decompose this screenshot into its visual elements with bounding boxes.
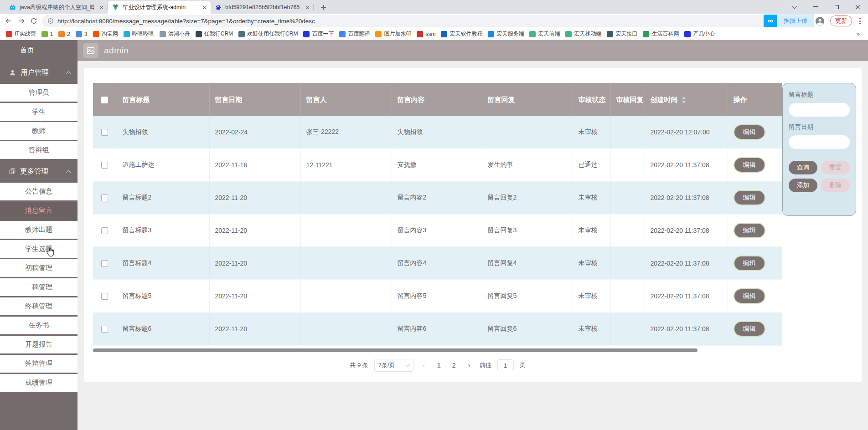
bookmark-item[interactable]: 宏天前端 (528, 30, 561, 38)
sidebar-item-teachers[interactable]: 教师 (0, 122, 78, 140)
info-icon[interactable] (47, 18, 54, 24)
browser-menu-icon[interactable] (858, 18, 863, 24)
drag-upload-label: 拖拽上传 (777, 15, 814, 27)
browser-tab-bar: java高级程序猿的个人空间_哔哩 毕业设计管理系统-admin bfd5929… (0, 0, 868, 14)
row-checkbox[interactable] (101, 195, 108, 201)
select-all-checkbox[interactable] (101, 97, 108, 103)
sidebar-item-task-book[interactable]: 任务书 (0, 317, 78, 334)
horizontal-scrollbar[interactable] (93, 348, 698, 352)
section-label: 用户管理 (21, 68, 62, 77)
sidebar-item-second-draft[interactable]: 二稿管理 (0, 278, 78, 296)
avatar[interactable] (83, 43, 98, 58)
add-button[interactable]: 添加 (789, 179, 817, 192)
favicon (339, 31, 346, 37)
row-checkbox[interactable] (101, 260, 108, 267)
edit-button[interactable]: 编辑 (734, 190, 765, 205)
sidebar-item-grade-mgmt[interactable]: 成绩管理 (0, 374, 78, 392)
chevron-up-icon (66, 71, 71, 76)
sidebar-item-defense-group[interactable]: 答辩组 (0, 141, 78, 159)
sidebar-item-final-draft[interactable]: 终稿管理 (0, 297, 78, 315)
bookmark-item[interactable]: 哔哩哔哩 (122, 30, 155, 38)
page-size-select[interactable]: 7条/页 (374, 359, 413, 372)
tab-close-icon[interactable] (98, 4, 105, 11)
edit-button[interactable]: 编辑 (734, 157, 765, 173)
bookmark-item[interactable]: 百度翻译 (338, 30, 371, 38)
bookmark-item[interactable]: 宏天服务端 (486, 30, 525, 38)
bookmark-item[interactable]: 产品中心 (683, 30, 716, 38)
row-checkbox[interactable] (101, 293, 108, 300)
edit-button[interactable]: 编辑 (734, 124, 765, 140)
bookmarks-overflow-icon[interactable]: » (857, 31, 863, 37)
sidebar-item-home[interactable]: 首页 (0, 40, 78, 60)
bookmark-item[interactable]: 任我行CRM (194, 30, 234, 38)
bookmark-item[interactable]: 洪湖小舟 (158, 30, 191, 38)
forward-icon[interactable] (17, 17, 26, 25)
sidebar-item-announcements[interactable]: 公告信息 (0, 183, 78, 200)
date-field-label: 留言日期 (789, 123, 850, 131)
edit-button[interactable]: 编辑 (734, 288, 765, 304)
tab-bilibili[interactable]: java高级程序猿的个人空间_哔哩 (5, 1, 108, 14)
bookmark-item[interactable]: 宏天接口 (605, 30, 639, 38)
sidebar-item-first-draft[interactable]: 初稿管理 (0, 259, 78, 277)
favicon (417, 31, 423, 37)
sidebar-item-teacher-topics[interactable]: 教师出题 (0, 221, 78, 239)
sidebar-section-user-mgmt[interactable]: 用户管理 (0, 63, 78, 82)
page-button-1[interactable]: 1 (434, 362, 444, 369)
sidebar-item-admins[interactable]: 管理员 (0, 84, 78, 102)
close-button[interactable] (847, 0, 868, 14)
new-tab-button[interactable] (317, 1, 329, 13)
prev-page-button[interactable]: ‹ (419, 362, 429, 369)
sidebar-item-messages[interactable]: 消息留言 (0, 202, 78, 220)
url-box[interactable]: http://localhost:8080/message_message/ta… (42, 15, 770, 27)
minimize-button[interactable] (805, 0, 826, 14)
sort-icon[interactable] (682, 97, 686, 103)
sidebar-item-student-selection[interactable]: 学生选题 (0, 240, 78, 258)
tab-search-icon[interactable] (784, 0, 805, 14)
edit-button[interactable]: 编辑 (734, 321, 765, 337)
row-checkbox[interactable] (101, 162, 108, 169)
bookmark-item[interactable]: 图片加水印 (374, 30, 413, 38)
col-create-time: 创建时间 (645, 83, 728, 116)
bookmark-item[interactable]: 宏天移动端 (564, 30, 603, 38)
favicon (93, 31, 99, 37)
bookmark-item[interactable]: 百度一下 (302, 30, 335, 38)
url-text: http://localhost:8080/message_message/ta… (57, 18, 315, 25)
edit-button[interactable]: 编辑 (734, 223, 765, 238)
maximize-button[interactable] (826, 0, 847, 14)
bookmark-item[interactable]: ssm (415, 31, 437, 37)
page-button-2[interactable]: 2 (450, 362, 459, 369)
goto-page-input[interactable] (497, 359, 514, 371)
row-checkbox[interactable] (101, 129, 108, 136)
date-field-input[interactable] (789, 135, 850, 149)
edit-button[interactable]: 编辑 (734, 256, 765, 271)
bookmark-item[interactable]: 3 (74, 31, 89, 37)
col-date: 留言日期 (209, 83, 300, 116)
sidebar-item-students[interactable]: 学生 (0, 103, 78, 121)
back-icon[interactable] (5, 17, 13, 25)
bookmark-item[interactable]: IT实战营 (5, 30, 37, 38)
title-field-input[interactable] (789, 103, 850, 117)
row-checkbox[interactable] (101, 227, 108, 234)
search-button[interactable]: 查询 (789, 161, 817, 174)
favicon (76, 31, 82, 37)
tab-close-icon[interactable] (201, 4, 208, 11)
delete-button[interactable]: 删除 (821, 179, 850, 192)
update-button[interactable]: 更新 (830, 15, 852, 26)
sidebar-section-more-mgmt[interactable]: 更多管理 (0, 162, 78, 181)
profile-avatar-icon[interactable] (815, 16, 825, 26)
next-page-button[interactable]: › (465, 362, 474, 369)
row-checkbox[interactable] (101, 326, 108, 333)
sidebar-item-defense-mgmt[interactable]: 答辩管理 (0, 355, 78, 373)
sidebar-item-proposal-report[interactable]: 开题报告 (0, 336, 78, 353)
bookmark-item[interactable]: 2 (57, 31, 72, 37)
reset-button[interactable]: 重置 (821, 161, 850, 174)
bookmark-item[interactable]: 欢迎使用任我行CRM (237, 30, 299, 38)
tab-baidu-doc[interactable]: bfd59291e825b5f2bbf1eb765 (211, 1, 314, 14)
bookmark-item[interactable]: 生活百科网 (641, 30, 680, 38)
tab-close-icon[interactable] (304, 4, 311, 11)
refresh-icon[interactable] (30, 17, 37, 25)
bookmark-item[interactable]: 淘宝网 (92, 30, 119, 38)
tab-admin-system[interactable]: 毕业设计管理系统-admin (108, 1, 211, 14)
bookmark-item[interactable]: 宏天软件教程 (439, 30, 484, 38)
bookmark-item[interactable]: 1 (40, 31, 55, 37)
